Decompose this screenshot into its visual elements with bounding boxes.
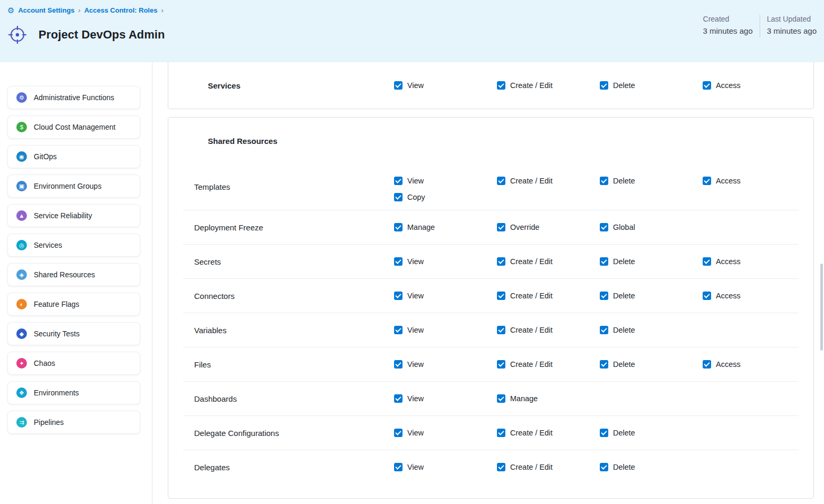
checkbox-checked-icon[interactable] <box>497 326 505 334</box>
breadcrumb-access-control-roles[interactable]: Access Control: Roles <box>84 6 158 14</box>
sidebar-item-shared-resources[interactable]: ◈Shared Resources <box>7 263 140 286</box>
sidebar-item-gitops[interactable]: ◉GitOps <box>7 145 140 168</box>
checkbox-checked-icon[interactable] <box>703 360 711 369</box>
checkbox-checked-icon[interactable] <box>497 81 505 90</box>
permission-column <box>703 382 799 403</box>
permission-row-delegates: DelegatesViewCreate / EditDelete <box>183 450 799 484</box>
permission-label: Create / Edit <box>510 292 553 300</box>
vertical-scrollbar[interactable] <box>820 264 823 351</box>
resource-label: Variables <box>183 326 394 335</box>
permission-label: View <box>407 463 424 471</box>
checkbox-checked-icon[interactable] <box>394 177 403 185</box>
permission-column: Create / Edit <box>497 164 600 193</box>
checkbox-checked-icon[interactable] <box>497 292 505 300</box>
sidebar-item-label: Services <box>34 241 62 249</box>
permission-label: Create / Edit <box>510 177 553 185</box>
checkbox-checked-icon[interactable] <box>497 360 505 369</box>
settings-gear-icon: ⚙ <box>7 6 14 14</box>
permission-label: Access <box>716 360 741 369</box>
sidebar-item-security-tests[interactable]: ◆Security Tests <box>7 322 140 345</box>
sidebar-item-administrative-functions[interactable]: ⚙Administrative Functions <box>7 86 140 109</box>
permission-label: Access <box>716 81 741 90</box>
checkbox-checked-icon[interactable] <box>394 360 403 369</box>
sidebar-item-service-reliability[interactable]: ▲Service Reliability <box>7 204 140 227</box>
meta-divider <box>760 15 760 38</box>
permission-label: Override <box>510 223 540 231</box>
checkbox-checked-icon[interactable] <box>394 81 403 90</box>
checkbox-checked-icon[interactable] <box>497 223 505 231</box>
permission-column: Access <box>703 245 799 274</box>
permission-delete: Delete <box>600 463 703 471</box>
checkbox-checked-icon[interactable] <box>703 81 711 90</box>
checkbox-checked-icon[interactable] <box>600 429 608 437</box>
permission-label: View <box>407 360 424 369</box>
checkbox-checked-icon[interactable] <box>600 326 608 334</box>
role-meta: Created 3 minutes ago Last Updated 3 min… <box>703 15 817 38</box>
sidebar-item-environment-groups[interactable]: ▣Environment Groups <box>7 175 140 198</box>
permission-create-edit: Create / Edit <box>497 326 600 334</box>
permission-access: Access <box>703 81 799 90</box>
permission-label: Create / Edit <box>510 81 553 90</box>
permission-rows: TemplatesViewCopyCreate / EditDeleteAcce… <box>183 164 799 484</box>
checkbox-checked-icon[interactable] <box>600 463 608 471</box>
checkbox-checked-icon[interactable] <box>394 429 403 437</box>
checkbox-checked-icon[interactable] <box>600 223 608 231</box>
sidebar-item-chaos[interactable]: ✦Chaos <box>7 352 140 375</box>
checkbox-checked-icon[interactable] <box>703 177 711 185</box>
permission-label: Delete <box>613 257 635 266</box>
permission-column: Delete <box>600 164 703 193</box>
checkbox-checked-icon[interactable] <box>394 257 403 266</box>
main-content: ⚙ Services View Create / Edit Delete Acc… <box>152 62 824 504</box>
permission-column: Delete <box>600 81 703 90</box>
sidebar-item-cloud-cost-management[interactable]: $Cloud Cost Management <box>7 115 140 139</box>
permission-label: Access <box>716 257 741 266</box>
shared-resources-icon: ◈ <box>16 269 27 280</box>
checkbox-checked-icon[interactable] <box>394 463 403 471</box>
last-updated-label: Last Updated <box>767 15 817 23</box>
permission-label: Delete <box>613 360 635 369</box>
checkbox-checked-icon[interactable] <box>394 193 403 201</box>
sidebar-item-services[interactable]: ◎Services <box>7 234 140 257</box>
permission-row-files: FilesViewCreate / EditDeleteAccess <box>183 347 799 381</box>
permission-access: Access <box>703 360 799 369</box>
checkbox-checked-icon[interactable] <box>600 292 608 300</box>
sidebar-item-feature-flags[interactable]: ◐Feature Flags <box>7 293 140 316</box>
permission-label: Create / Edit <box>510 463 553 471</box>
sidebar-item-pipelines[interactable]: ⇉Pipelines <box>7 411 140 434</box>
permission-column: Manage <box>394 210 497 240</box>
permission-column: Create / Edit <box>497 81 600 90</box>
permission-access: Access <box>703 292 799 300</box>
permission-create-edit: Create / Edit <box>497 360 600 369</box>
permission-label: Delete <box>613 463 635 471</box>
permission-column: View <box>394 81 497 90</box>
checkbox-checked-icon[interactable] <box>394 326 403 334</box>
checkbox-checked-icon[interactable] <box>703 257 711 266</box>
checkbox-checked-icon[interactable] <box>394 223 403 231</box>
permission-column: View <box>394 347 497 377</box>
permission-row-deployment-freeze: Deployment FreezeManageOverrideGlobal <box>183 210 799 244</box>
checkbox-checked-icon[interactable] <box>394 292 403 300</box>
checkbox-checked-icon[interactable] <box>703 292 711 300</box>
permission-column: View <box>394 450 497 480</box>
permission-row-variables: VariablesViewCreate / EditDelete <box>183 313 799 347</box>
checkbox-checked-icon[interactable] <box>497 463 505 471</box>
checkbox-checked-icon[interactable] <box>600 257 608 266</box>
checkbox-checked-icon[interactable] <box>497 394 505 403</box>
sidebar-item-environments[interactable]: ❖Environments <box>7 381 140 404</box>
permission-label: Manage <box>407 223 435 231</box>
permission-create-edit: Create / Edit <box>497 81 600 90</box>
permission-label: Create / Edit <box>510 360 553 369</box>
checkbox-checked-icon[interactable] <box>600 81 608 90</box>
permission-view: View <box>394 463 497 471</box>
breadcrumb-account-settings[interactable]: Account Settings <box>18 6 74 14</box>
checkbox-checked-icon[interactable] <box>600 360 608 369</box>
checkbox-checked-icon[interactable] <box>600 177 608 185</box>
permission-row-secrets: SecretsViewCreate / EditDeleteAccess <box>183 244 799 278</box>
checkbox-checked-icon[interactable] <box>394 394 403 403</box>
checkbox-checked-icon[interactable] <box>497 177 505 185</box>
checkbox-checked-icon[interactable] <box>497 257 505 266</box>
permission-column: Create / Edit <box>497 416 600 445</box>
shared-resources-card: ◈ Shared Resources TemplatesViewCopyCrea… <box>168 117 814 499</box>
services-permission-row: ⚙ Services View Create / Edit Delete Acc… <box>183 79 799 93</box>
checkbox-checked-icon[interactable] <box>497 429 505 437</box>
